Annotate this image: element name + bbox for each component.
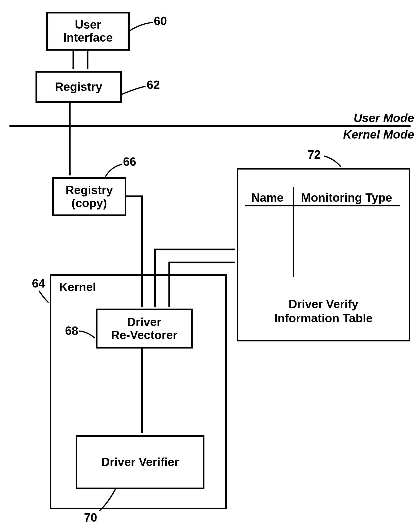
diagram-connectors bbox=[0, 0, 420, 532]
diagram-canvas: User Interface Registry Registry (copy) … bbox=[0, 0, 420, 532]
